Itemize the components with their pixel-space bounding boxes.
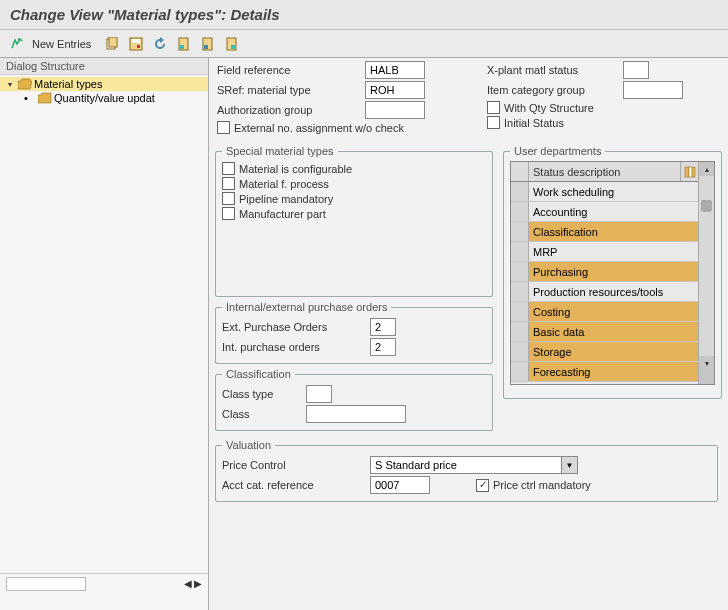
scroll-down-icon[interactable]: ▾ <box>699 356 714 370</box>
folder-icon <box>38 92 52 104</box>
copy-icon[interactable] <box>103 35 121 53</box>
chevron-down-icon[interactable]: ▼ <box>561 457 577 473</box>
user-dept-row[interactable]: Costing <box>511 302 698 322</box>
user-dept-row[interactable]: Forecasting <box>511 362 698 382</box>
po-legend: Internal/external purchase orders <box>222 301 391 313</box>
qty-checkbox[interactable] <box>487 101 500 114</box>
save-icon[interactable] <box>127 35 145 53</box>
xplant-input[interactable] <box>623 61 649 79</box>
tree-item-quantity-value[interactable]: • Quantity/value updat <box>0 91 208 105</box>
user-dept-row[interactable]: Purchasing <box>511 262 698 282</box>
status-desc-header: Status description <box>529 166 680 178</box>
dialog-tree: ▾ Material types • Quantity/value updat <box>0 75 208 105</box>
header-stub <box>511 162 529 181</box>
doc1-icon[interactable] <box>175 35 193 53</box>
user-dept-row[interactable]: Work scheduling <box>511 182 698 202</box>
row-stub[interactable] <box>511 222 529 241</box>
qty-label: With Qty Structure <box>504 102 594 114</box>
valuation-fieldset: Valuation Price Control S Standard price… <box>215 439 718 502</box>
svg-rect-11 <box>685 167 689 177</box>
svg-rect-8 <box>204 45 208 49</box>
bullet-icon: • <box>24 92 36 104</box>
int-po-label: Int. purchase orders <box>222 341 362 353</box>
special-fieldset: Special material types Material is confi… <box>215 145 493 297</box>
auth-group-input[interactable] <box>365 101 425 119</box>
field-reference-label: Field reference <box>217 64 357 76</box>
class-label: Class <box>222 408 298 420</box>
class-fieldset: Classification Class type Class <box>215 368 493 431</box>
user-dept-label: MRP <box>529 246 698 258</box>
price-control-value: S Standard price <box>375 459 457 471</box>
user-dept-label: Production resources/tools <box>529 286 698 298</box>
xplant-label: X-plant matl status <box>487 64 615 76</box>
process-checkbox[interactable] <box>222 177 235 190</box>
class-input[interactable] <box>306 405 406 423</box>
user-dept-row[interactable]: MRP <box>511 242 698 262</box>
acct-ref-input[interactable] <box>370 476 430 494</box>
tree-item-material-types[interactable]: ▾ Material types <box>0 77 208 91</box>
row-stub[interactable] <box>511 282 529 301</box>
svg-rect-10 <box>231 45 235 49</box>
sidebar-header: Dialog Structure <box>0 58 208 75</box>
user-dept-row[interactable]: Classification <box>511 222 698 242</box>
price-mand-checkbox[interactable] <box>476 479 489 492</box>
price-control-select[interactable]: S Standard price ▼ <box>370 456 578 474</box>
row-stub[interactable] <box>511 322 529 341</box>
po-fieldset: Internal/external purchase orders Ext. P… <box>215 301 493 364</box>
user-depts-fieldset: User departments Status description Work… <box>503 145 722 399</box>
scroll-thumb[interactable] <box>701 200 712 212</box>
svg-rect-3 <box>132 39 140 43</box>
row-stub[interactable] <box>511 262 529 281</box>
user-dept-label: Accounting <box>529 206 698 218</box>
user-dept-row[interactable]: Basic data <box>511 322 698 342</box>
user-depts-scrollbar[interactable]: ▴ ▾ <box>698 162 714 384</box>
user-dept-label: Classification <box>529 226 698 238</box>
collapse-icon[interactable]: ▾ <box>4 78 16 90</box>
field-reference-input[interactable] <box>365 61 425 79</box>
row-stub[interactable] <box>511 202 529 221</box>
itemcat-input[interactable] <box>623 81 683 99</box>
svg-rect-13 <box>692 167 695 177</box>
int-po-input[interactable] <box>370 338 396 356</box>
doc3-icon[interactable] <box>223 35 241 53</box>
user-dept-row[interactable]: Production resources/tools <box>511 282 698 302</box>
undo-icon[interactable] <box>151 35 169 53</box>
row-stub[interactable] <box>511 302 529 321</box>
user-depts-legend: User departments <box>510 145 605 157</box>
sidebar-footer: ◀ ▶ <box>0 573 208 593</box>
user-dept-row[interactable]: Accounting <box>511 202 698 222</box>
configure-columns-icon[interactable] <box>680 162 698 181</box>
row-stub[interactable] <box>511 242 529 261</box>
tree-label: Material types <box>34 78 102 90</box>
new-entries-button[interactable]: New Entries <box>32 38 91 50</box>
user-dept-row[interactable]: Storage <box>511 342 698 362</box>
initial-checkbox[interactable] <box>487 116 500 129</box>
ext-no-checkbox[interactable] <box>217 121 230 134</box>
svg-rect-1 <box>109 37 117 47</box>
toggle-icon[interactable] <box>8 35 26 53</box>
user-dept-label: Storage <box>529 346 698 358</box>
scroll-up-icon[interactable]: ▴ <box>699 162 714 176</box>
pipeline-checkbox[interactable] <box>222 192 235 205</box>
content: Field reference SRef: material type Auth… <box>209 58 728 610</box>
valuation-legend: Valuation <box>222 439 275 451</box>
configurable-checkbox[interactable] <box>222 162 235 175</box>
svg-rect-6 <box>180 45 184 49</box>
class-legend: Classification <box>222 368 295 380</box>
user-dept-label: Work scheduling <box>529 186 698 198</box>
ext-po-input[interactable] <box>370 318 396 336</box>
doc2-icon[interactable] <box>199 35 217 53</box>
user-dept-label: Purchasing <box>529 266 698 278</box>
row-stub[interactable] <box>511 362 529 381</box>
sidebar: Dialog Structure ▾ Material types • Quan… <box>0 58 209 610</box>
class-type-input[interactable] <box>306 385 332 403</box>
sref-input[interactable] <box>365 81 425 99</box>
tree-label: Quantity/value updat <box>54 92 155 104</box>
row-stub[interactable] <box>511 342 529 361</box>
position-input[interactable] <box>6 577 86 591</box>
page-title: Change View "Material types": Details <box>0 0 728 30</box>
next-icon[interactable]: ▶ <box>194 578 202 589</box>
prev-icon[interactable]: ◀ <box>184 578 192 589</box>
manufacturer-checkbox[interactable] <box>222 207 235 220</box>
row-stub[interactable] <box>511 182 529 201</box>
